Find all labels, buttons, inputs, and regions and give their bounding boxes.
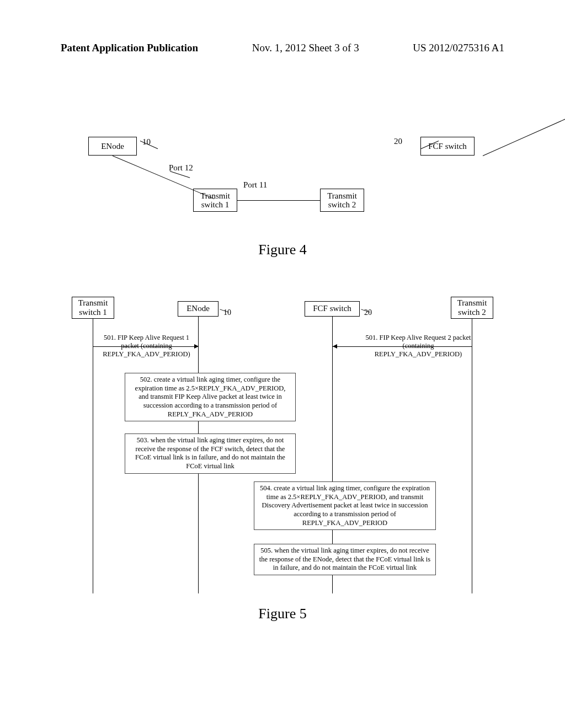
header-left: Patent Application Publication	[61, 42, 198, 54]
step-505-box: 505. when the virtual link aging timer e…	[254, 544, 436, 575]
figure-4-caption: Figure 4	[0, 242, 565, 258]
step-503-box: 503. when the virtual link aging timer e…	[125, 433, 296, 474]
transmit-switch-2-box: Transmit switch 2	[320, 189, 364, 212]
step-502-box: 502. create a virtual link aging timer, …	[125, 373, 296, 421]
transmit-switch-1-box: Transmit switch 1	[72, 297, 114, 319]
lifeline-ts2	[472, 319, 472, 593]
figure-5: Transmit switch 1 ENode FCF switch Trans…	[72, 297, 497, 595]
step-504-box: 504. create a virtual link aging timer, …	[254, 481, 436, 530]
reference-label-10: 10	[223, 308, 231, 317]
page-header: Patent Application Publication Nov. 1, 2…	[61, 42, 504, 54]
figure-5-caption: Figure 5	[0, 606, 565, 622]
figure-4: ENode FCF switch Transmit switch 1 Trans…	[88, 137, 475, 247]
header-right: US 2012/0275316 A1	[413, 42, 504, 54]
link-ts1-ts2	[237, 200, 320, 201]
reference-label-20: 20	[364, 308, 372, 317]
enode-box: ENode	[88, 137, 137, 156]
arrowhead-right-icon	[194, 344, 199, 349]
link-fcf-ts2	[483, 108, 565, 156]
link-enode-ts1	[113, 156, 214, 199]
arrowhead-left-icon	[333, 344, 337, 349]
transmit-switch-2-box: Transmit switch 2	[451, 297, 493, 319]
arrow-501-right	[333, 346, 472, 347]
header-mid: Nov. 1, 2012 Sheet 3 of 3	[252, 42, 359, 54]
lifeline-ts1	[93, 319, 93, 593]
port-12-label: Port 12	[169, 163, 193, 173]
reference-label-20: 20	[394, 137, 402, 146]
port-11-label: Port 11	[243, 180, 267, 190]
fcf-switch-box: FCF switch	[305, 301, 360, 317]
enode-box: ENode	[178, 301, 218, 317]
fcf-switch-box: FCF switch	[420, 137, 475, 156]
arrow-501-left	[93, 346, 198, 347]
